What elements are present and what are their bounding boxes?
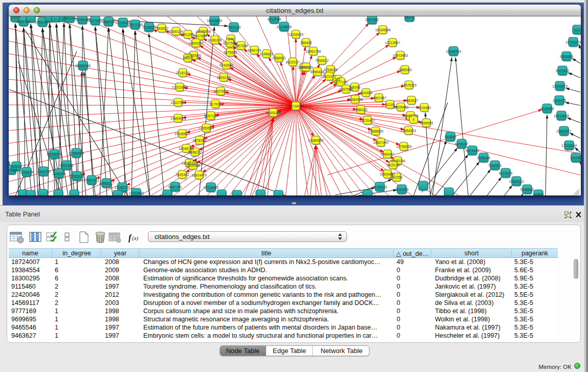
- svg-text:7625402: 7625402: [176, 173, 189, 177]
- svg-text:10688609: 10688609: [368, 129, 383, 133]
- svg-text:1362615: 1362615: [299, 65, 313, 69]
- svg-text:7357224: 7357224: [227, 26, 241, 29]
- svg-text:2935114: 2935114: [477, 156, 490, 160]
- svg-text:16914479: 16914479: [191, 173, 207, 177]
- svg-text:17016504: 17016504: [561, 144, 577, 147]
- svg-text:15716485: 15716485: [203, 186, 219, 189]
- svg-text:9463627: 9463627: [405, 99, 419, 102]
- svg-text:8267110: 8267110: [204, 114, 217, 118]
- svg-text:7632621: 7632621: [488, 164, 502, 167]
- svg-text:16671355: 16671355: [127, 23, 143, 27]
- svg-text:9474444: 9474444: [466, 149, 480, 152]
- svg-text:15751074: 15751074: [565, 40, 581, 44]
- svg-text:8878352: 8878352: [193, 139, 207, 142]
- svg-text:20557: 20557: [11, 16, 20, 19]
- svg-text:9242848: 9242848: [220, 63, 233, 67]
- svg-text:9245652: 9245652: [520, 188, 534, 191]
- svg-text:20891406: 20891406: [35, 20, 50, 24]
- svg-text:8160124: 8160124: [169, 30, 183, 33]
- svg-text:9146821: 9146821: [260, 52, 274, 56]
- svg-text:6497568: 6497568: [339, 87, 353, 91]
- svg-text:2055724: 2055724: [17, 20, 31, 24]
- svg-text:8990448: 8990448: [311, 70, 324, 74]
- svg-text:19654923: 19654923: [401, 129, 416, 133]
- svg-text:6966160: 6966160: [102, 20, 116, 24]
- svg-text:16107554: 16107554: [170, 101, 186, 104]
- svg-text:10807487: 10807487: [371, 96, 386, 100]
- svg-text:16033809: 16033809: [207, 19, 222, 23]
- svg-text:2967608: 2967608: [234, 44, 248, 48]
- svg-text:12353594: 12353594: [199, 126, 214, 130]
- svg-text:10973493: 10973493: [393, 54, 408, 57]
- svg-text:9329966: 9329966: [560, 55, 574, 58]
- svg-text:11325419: 11325419: [288, 33, 303, 36]
- svg-text:1409948: 1409948: [186, 164, 200, 167]
- svg-text:12505135: 12505135: [69, 174, 84, 178]
- svg-text:14136141: 14136141: [372, 185, 387, 189]
- svg-text:20364436: 20364436: [347, 98, 363, 101]
- svg-text:10958117: 10958117: [99, 182, 114, 185]
- svg-text:8427552: 8427552: [214, 90, 228, 93]
- svg-text:546: 546: [228, 37, 234, 41]
- svg-text:10654112: 10654112: [509, 180, 524, 183]
- svg-text:9084067: 9084067: [381, 152, 395, 156]
- svg-text:18807249: 18807249: [373, 141, 388, 144]
- svg-text:17975115: 17975115: [401, 83, 417, 87]
- svg-text:1733426: 1733426: [395, 188, 409, 191]
- svg-text:16046758: 16046758: [179, 147, 194, 150]
- svg-text:16961758: 16961758: [306, 50, 321, 53]
- svg-text:7663822: 7663822: [155, 27, 169, 30]
- svg-text:12213967: 12213967: [385, 41, 400, 45]
- svg-text:5498222: 5498222: [188, 150, 202, 154]
- svg-text:8454749: 8454749: [248, 49, 262, 52]
- svg-text:19166827: 19166827: [175, 132, 190, 136]
- svg-text:16033: 16033: [405, 16, 415, 19]
- svg-text:19218506: 19218506: [276, 25, 292, 29]
- svg-text:17957223: 17957223: [84, 179, 99, 182]
- svg-text:893892: 893892: [445, 135, 456, 139]
- svg-text:1244415: 1244415: [553, 99, 567, 102]
- svg-text:8215955: 8215955: [540, 107, 554, 111]
- svg-text:7955812: 7955812: [315, 59, 329, 62]
- svg-text:7515526: 7515526: [142, 26, 156, 29]
- svg-text:20053346: 20053346: [75, 64, 91, 68]
- svg-text:2087682: 2087682: [365, 18, 379, 21]
- svg-text:9097586: 9097586: [60, 164, 74, 167]
- svg-text:83506: 83506: [12, 165, 21, 168]
- svg-text:8186328: 8186328: [208, 38, 222, 42]
- svg-text:15692971: 15692971: [556, 129, 572, 133]
- svg-text:12923468: 12923468: [128, 191, 144, 195]
- svg-text:10025433: 10025433: [393, 105, 408, 109]
- svg-text:9327506: 9327506: [193, 34, 207, 38]
- svg-text:1156829: 1156829: [20, 170, 33, 174]
- svg-text:7986322: 7986322: [354, 108, 368, 112]
- svg-text:18300295: 18300295: [266, 111, 281, 115]
- svg-text:12093873: 12093873: [552, 84, 568, 88]
- svg-text:18226058: 18226058: [195, 30, 211, 33]
- svg-text:9699695: 9699695: [420, 121, 433, 125]
- svg-text:1527602: 1527602: [89, 19, 102, 23]
- svg-text:239159: 239159: [9, 168, 17, 172]
- svg-text:1145194: 1145194: [52, 172, 66, 176]
- svg-text:10055287: 10055287: [75, 18, 90, 21]
- svg-text:8813054: 8813054: [268, 17, 281, 21]
- svg-text:16543362: 16543362: [188, 41, 204, 45]
- svg-text:9457791: 9457791: [168, 185, 182, 189]
- svg-text:98901: 98901: [183, 56, 193, 60]
- svg-text:12942737: 12942737: [36, 170, 51, 173]
- svg-text:9227542: 9227542: [556, 69, 570, 73]
- svg-text:116753: 116753: [570, 156, 581, 160]
- svg-text:20206576: 20206576: [47, 152, 62, 156]
- svg-text:92450: 92450: [534, 193, 543, 195]
- svg-text:9777169: 9777169: [334, 80, 348, 84]
- svg-text:17359924: 17359924: [69, 151, 84, 155]
- svg-text:16120746: 16120746: [390, 159, 405, 163]
- svg-text:7485063: 7485063: [398, 68, 412, 72]
- svg-text:4: 4: [412, 118, 415, 121]
- svg-text:3875685: 3875685: [224, 51, 237, 54]
- svg-text:417004: 417004: [210, 102, 222, 106]
- svg-text:2803144: 2803144: [217, 76, 231, 79]
- svg-text:16648784: 16648784: [446, 50, 461, 53]
- svg-text:18495796: 18495796: [403, 114, 418, 118]
- svg-text:16782759: 16782759: [115, 186, 130, 189]
